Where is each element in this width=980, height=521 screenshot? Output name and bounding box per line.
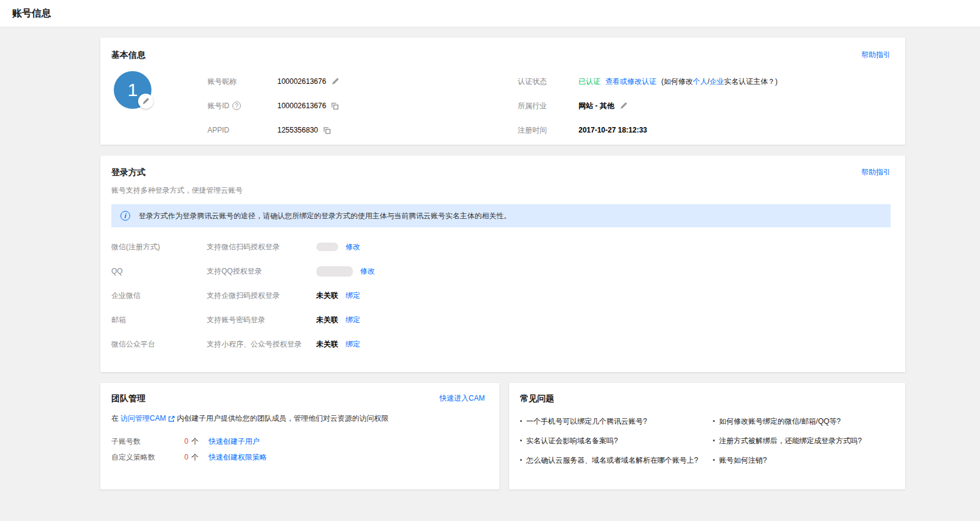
team-title: 团队管理: [111, 393, 145, 404]
faq-item[interactable]: 如何修改账号绑定的微信/邮箱/QQ等?: [713, 416, 891, 427]
modify-wechat-link[interactable]: 修改: [346, 242, 360, 252]
edit-industry-icon[interactable]: [619, 102, 628, 110]
account-id-value: 100002613676: [277, 102, 326, 110]
login-help-link[interactable]: 帮助指引: [861, 167, 891, 178]
faq-item[interactable]: 账号如何注销?: [713, 455, 891, 466]
create-policy-link[interactable]: 快速创建权限策略: [209, 452, 267, 463]
account-id-row: 账号ID ? 100002613676: [207, 94, 518, 118]
login-method-desc: 支持QQ授权登录: [207, 266, 316, 277]
team-description: 在访问管理CAM 内创建子用户提供给您的团队成员，管理他们对云资源的访问权限: [111, 413, 485, 424]
auth-enterprise-link[interactable]: 企业: [709, 77, 724, 86]
industry-label: 所属行业: [518, 101, 579, 111]
register-time-label: 注册时间: [518, 125, 579, 136]
copy-appid-icon[interactable]: [323, 126, 331, 134]
bullet-dot: [520, 440, 522, 441]
stat-label: 子账号数: [111, 436, 184, 447]
login-row-qq: QQ 支持QQ授权登录 修改: [111, 259, 891, 283]
register-time-value: 2017-10-27 18:12:33: [579, 126, 647, 134]
login-method-name: 企业微信: [111, 291, 207, 301]
appid-value: 1255356830: [277, 126, 318, 134]
appid-label: APPID: [207, 126, 277, 134]
login-method-status: 未关联: [316, 291, 338, 301]
info-icon: i: [120, 211, 130, 221]
register-time-row: 注册时间 2017-10-27 18:12:33: [518, 118, 891, 142]
cam-console-link[interactable]: 访问管理CAM: [120, 413, 166, 424]
auth-manage-link[interactable]: 查看或修改认证: [605, 77, 656, 87]
bullet-dot: [713, 420, 715, 422]
account-id-label: 账号ID: [207, 101, 229, 111]
faq-item-text: 一个手机号可以绑定几个腾讯云账号?: [526, 416, 647, 427]
login-method-desc: 支持账号密码登录: [207, 315, 316, 325]
sub-account-stat-row: 子账号数 0 个 快速创建子用户: [111, 433, 485, 449]
login-subtitle: 账号支持多种登录方式，便捷管理云账号: [111, 185, 891, 196]
faq-item[interactable]: 实名认证会影响域名备案吗?: [520, 436, 713, 446]
bullet-dot: [520, 420, 522, 422]
login-method-name: 微信(注册方式): [111, 242, 207, 252]
create-sub-user-link[interactable]: 快速创建子用户: [209, 436, 260, 447]
appid-row: APPID 1255356830: [207, 118, 518, 142]
nickname-label: 账号昵称: [207, 77, 277, 87]
faq-card: 常见问题 一个手机号可以绑定几个腾讯云账号? 实名认证会影响域名备案吗? 怎么确…: [509, 383, 905, 489]
industry-value: 网站 - 其他: [579, 101, 614, 111]
enter-cam-link[interactable]: 快速进入CAM: [439, 393, 485, 404]
faq-item-text: 实名认证会影响域名备案吗?: [526, 436, 618, 446]
faq-item-text: 怎么确认云服务器、域名或者域名解析在哪个账号上?: [526, 455, 698, 466]
avatar-edit-button[interactable]: [138, 94, 153, 109]
redacted-value: [316, 243, 338, 251]
auth-personal-link[interactable]: 个人: [693, 77, 707, 86]
faq-item-text: 注册方式被解绑后，还能绑定成登录方式吗?: [719, 436, 862, 446]
basic-info-title: 基本信息: [111, 50, 145, 61]
industry-row: 所属行业 网站 - 其他: [518, 94, 891, 118]
page-title: 账号信息: [12, 7, 51, 20]
login-notice-text: 登录方式作为登录腾讯云账号的途径，请确认您所绑定的登录方式的使用主体与当前腾讯云…: [139, 211, 511, 221]
login-method-desc: 支持小程序、公众号授权登录: [207, 339, 316, 350]
team-management-card: 团队管理 快速进入CAM 在访问管理CAM 内创建子用户提供给您的团队成员，管理…: [100, 383, 499, 489]
login-row-email: 邮箱 支持账号密码登录 未关联 绑定: [111, 308, 891, 332]
auth-note: (如何修改个人/企业实名认证主体？): [661, 77, 777, 87]
stat-label: 自定义策略数: [111, 452, 184, 463]
stat-count: 0: [184, 453, 189, 461]
login-method-desc: 支持企微扫码授权登录: [207, 291, 316, 301]
bind-email-link[interactable]: 绑定: [346, 315, 360, 325]
faq-item-text: 如何修改账号绑定的微信/邮箱/QQ等?: [719, 416, 841, 427]
stat-unit: 个: [192, 436, 199, 447]
login-row-wechat: 微信(注册方式) 支持微信扫码授权登录 修改: [111, 235, 891, 259]
redacted-value: [316, 266, 353, 277]
auth-status-label: 认证状态: [518, 77, 579, 87]
bullet-dot: [713, 440, 715, 441]
login-method-desc: 支持微信扫码授权登录: [207, 242, 316, 252]
login-row-wecom: 企业微信 支持企微扫码授权登录 未关联 绑定: [111, 283, 891, 308]
login-row-wechat-official: 微信公众平台 支持小程序、公众号授权登录 未关联 绑定: [111, 332, 891, 356]
edit-nickname-icon[interactable]: [331, 77, 339, 86]
faq-item[interactable]: 一个手机号可以绑定几个腾讯云账号?: [520, 416, 713, 427]
auth-status-row: 认证状态 已认证 查看或修改认证 (如何修改个人/企业实名认证主体？): [518, 69, 891, 94]
top-bar: 账号信息: [0, 0, 980, 27]
login-method-name: 邮箱: [111, 315, 207, 325]
login-methods-title: 登录方式: [111, 167, 145, 178]
faq-item[interactable]: 怎么确认云服务器、域名或者域名解析在哪个账号上?: [520, 455, 713, 466]
external-link-icon: [168, 415, 175, 423]
bullet-dot: [520, 459, 522, 461]
login-method-name: QQ: [111, 267, 207, 275]
copy-account-id-icon[interactable]: [331, 102, 339, 110]
basic-info-card: 基本信息 帮助指引 1 账号昵称 100002613676: [100, 38, 905, 145]
help-circle-icon[interactable]: ?: [232, 102, 241, 110]
login-method-name: 微信公众平台: [111, 339, 207, 350]
login-method-status: 未关联: [316, 315, 338, 325]
nickname-row: 账号昵称 100002613676: [207, 69, 518, 94]
bind-wechat-official-link[interactable]: 绑定: [346, 339, 360, 350]
basic-help-link[interactable]: 帮助指引: [861, 50, 891, 60]
login-method-status: 未关联: [316, 339, 338, 350]
nickname-value: 100002613676: [277, 77, 326, 86]
stat-count: 0: [184, 437, 189, 446]
auth-status-badge: 已认证: [579, 77, 600, 87]
login-notice-banner: i 登录方式作为登录腾讯云账号的途径，请确认您所绑定的登录方式的使用主体与当前腾…: [111, 204, 891, 227]
pencil-icon: [142, 97, 150, 105]
login-methods-card: 登录方式 帮助指引 账号支持多种登录方式，便捷管理云账号 i 登录方式作为登录腾…: [100, 156, 905, 372]
faq-item-text: 账号如何注销?: [719, 455, 767, 466]
bind-wecom-link[interactable]: 绑定: [346, 291, 360, 301]
stat-unit: 个: [192, 452, 199, 463]
faq-item[interactable]: 注册方式被解绑后，还能绑定成登录方式吗?: [713, 436, 891, 446]
faq-title: 常见问题: [520, 393, 554, 404]
modify-qq-link[interactable]: 修改: [360, 266, 375, 277]
